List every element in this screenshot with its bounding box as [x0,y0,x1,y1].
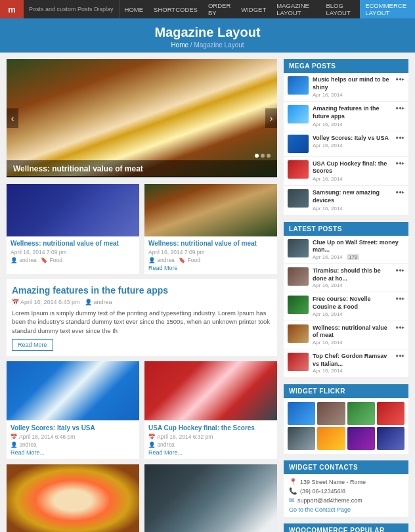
mega-post-date-3: Apr 16, 2014 [313,143,391,148]
flickr-8[interactable] [377,427,404,450]
mega-posts-title: MEGA POSTS [284,59,408,73]
latest-thumb-1 [288,239,309,257]
woo-popular-widget: WOOCOMMERCE POPULAR PRODUCTS T-Shirt 9 J… [284,523,408,532]
mega-thumb-4 [288,160,309,179]
nav-magazine[interactable]: MAGAZINE LAYOUT [271,0,320,18]
mid-read-more-1[interactable]: Read More... [11,449,45,456]
latest-4: Wellness: nutritional value of meat Apr … [284,321,408,349]
mid-posts: Volley Scores: Italy vs USA 📅 April 16, … [7,361,277,459]
breadcrumb: Home / Magazine Layout [0,41,415,49]
mega-post-3: Volley Scores: Italy vs USA Apr 16, 2014… [284,131,408,157]
featured-post: Amazing features in the future apps 📅 Ap… [7,279,277,356]
bottom-posts: Free course: Novelle Cousine & Food 📅 Ap… [7,464,277,532]
nav-widget[interactable]: WIDGET [236,0,271,18]
latest-title-1[interactable]: Clue Up on Wall Street: money man... [313,239,404,254]
flickr-4[interactable] [377,402,404,425]
flickr-1[interactable] [288,402,315,425]
mega-post-title-3[interactable]: Volley Scores: Italy vs USA [313,135,391,143]
post-meta-2: April 16, 2014 7:09 pm [148,249,273,255]
post-title-1[interactable]: Wellness: nutritional value of meat [11,239,135,248]
content-column: ‹ › Wellness: nutritional value of meat … [7,59,277,532]
post-card-2: Wellness: nutritional value of meat Apri… [144,184,277,274]
mega-post-title-2[interactable]: Amazing features in the future apps [313,105,391,120]
breadcrumb-home[interactable]: Home [171,41,188,49]
slider-dot-3[interactable] [267,154,271,158]
phone-icon: 📞 [289,487,297,495]
contact-page-link[interactable]: Go to the Contact Page [289,506,403,513]
breadcrumb-current: Magazine Layout [194,41,244,49]
mega-post-title-4[interactable]: USA Cup Hockey final: the Scores [313,160,391,175]
slider-dot-2[interactable] [261,154,265,158]
mega-post-5: Samsung: new amazing devices Apr 16, 201… [284,186,408,215]
slider-next[interactable]: › [265,108,277,128]
nav-logo[interactable]: m [0,0,24,18]
flickr-3[interactable] [347,402,375,425]
mid-title-2[interactable]: USA Cup Hockey final: the Scores [148,424,273,432]
mid-card-1: Volley Scores: Italy vs USA 📅 April 16, … [7,361,139,459]
mega-thumb-2 [288,105,309,123]
latest-title-2[interactable]: Tiramisu: should this be done at ho... [313,267,391,282]
flickr-6[interactable] [317,427,345,450]
sidebar: MEGA POSTS Music helps our mind to be sh… [284,59,408,532]
mid-image-1 [7,361,139,420]
mega-thumb-3 [288,135,309,153]
flickr-grid [284,398,408,454]
mega-post-title-1[interactable]: Music helps our mind to be shiny [313,76,391,91]
post-title-2[interactable]: Wellness: nutritional value of meat [148,239,273,248]
slider-caption: Wellness: nutritional value of meat [7,160,277,177]
nav-home[interactable]: HOME [120,0,149,18]
latest-posts-widget: LATEST POSTS Clue Up on Wall Street: mon… [284,222,408,378]
latest-thumb-3 [288,296,309,314]
mega-thumb-1 [288,76,309,95]
nav-orderby[interactable]: ORDER BY [203,0,236,18]
nav-ecommerce[interactable]: ECOMMERCE LAYOUT [360,0,415,18]
post-author-2: 👤 andrea 🔖 Food [148,257,273,263]
latest-1: Clue Up on Wall Street: money man... Apr… [284,236,408,264]
read-more-2[interactable]: Read More [148,265,178,271]
mid-read-more-2[interactable]: Read More... [148,449,183,456]
top-nav: m Posts and custom Posts Display HOME SH… [0,0,415,18]
email-icon: ✉ [289,497,294,504]
flickr-widget: WIDGET FLICKR [284,384,408,454]
slider-prev[interactable]: ‹ [7,108,18,128]
latest-thumb-4 [288,324,309,343]
mega-post-4: USA Cup Hockey final: the Scores Apr 16,… [284,157,408,186]
nav-blog[interactable]: BLOG LAYOUT [320,0,360,18]
mega-post-date-4: Apr 16, 2014 [313,176,391,182]
latest-3: Free course: Novelle Cousine & Food Apr … [284,292,408,321]
location-icon: 📍 [289,478,297,485]
featured-post-meta: 📅 April 16, 2014 6:43 pm 👤 andrea [12,299,272,305]
bottom-card-2: Samsung: new amazing devices 📅 April 16,… [144,464,277,532]
latest-2: Tiramisu: should this be done at ho... A… [284,264,408,292]
bottom-card-1: Free course: Novelle Cousine & Food 📅 Ap… [7,464,139,532]
post-image-1 [7,184,139,236]
latest-5: Top Chef: Gordon Ramsav vs Italian... Ap… [284,349,408,378]
featured-post-title[interactable]: Amazing features in the future apps [12,284,272,296]
mega-posts-widget: MEGA POSTS Music helps our mind to be sh… [284,59,408,215]
post-date-1: April 16, 2014 7:09 pm [11,249,67,255]
featured-read-more-button[interactable]: Read More [12,339,53,351]
latest-title-5[interactable]: Top Chef: Gordon Ramsav vs Italian... [313,353,391,368]
latest-title-3[interactable]: Free course: Novelle Cousine & Food [313,296,391,311]
mid-image-2 [144,361,277,420]
bottom-image-2 [144,464,277,532]
latest-date-1: Apr 16, 2014 179 [313,254,404,260]
mega-post-1: Music helps our mind to be shiny Apr 16,… [284,73,408,102]
nav-shortcodes[interactable]: SHORTCODES [148,0,203,18]
page-title: Magazine Layout [0,25,415,40]
mega-post-title-5[interactable]: Samsung: new amazing devices [313,189,391,204]
page-header: Magazine Layout Home / Magazine Layout [0,18,415,53]
flickr-title: WIDGET FLICKR [284,384,408,398]
bottom-image-1 [7,464,139,532]
latest-title-4[interactable]: Wellness: nutritional value of meat [313,324,391,340]
slider-dot-1[interactable] [255,154,259,158]
flickr-2[interactable] [317,402,345,425]
nav-tagline: Posts and custom Posts Display [24,0,120,18]
nav-items: HOME SHORTCODES ORDER BY WIDGET MAGAZINE… [120,0,415,18]
latest-posts-title: LATEST POSTS [284,222,408,236]
flickr-7[interactable] [347,427,375,450]
post-meta-1: April 16, 2014 7:09 pm [11,249,135,255]
mid-title-1[interactable]: Volley Scores: Italy vs USA [11,424,135,432]
flickr-5[interactable] [288,427,315,450]
mega-post-date-2: Apr 16, 2014 [313,122,391,127]
